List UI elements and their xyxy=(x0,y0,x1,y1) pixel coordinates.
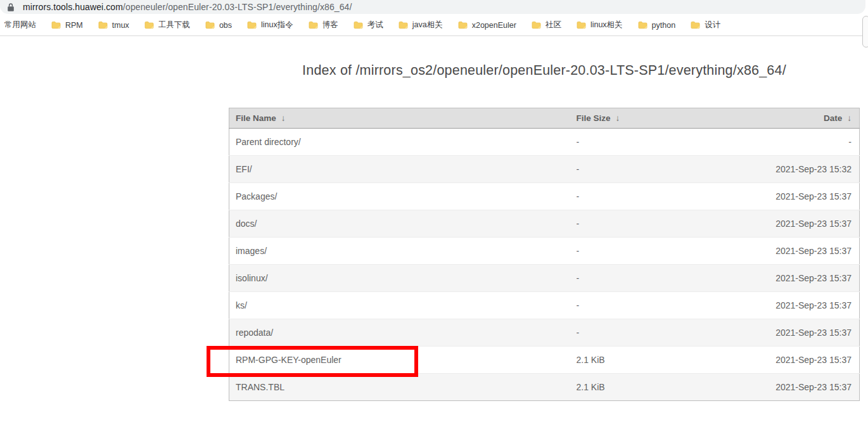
file-table: File Name↓ File Size↓ Date↓ Parent direc… xyxy=(229,108,860,401)
bookmark-label: linux相关 xyxy=(590,20,623,30)
file-date-value: 2021-Sep-23 15:32 xyxy=(735,156,860,183)
bookmark-label: python xyxy=(652,21,676,30)
table-row: TRANS.TBL 2.1 KiB 2021-Sep-23 15:37 xyxy=(229,374,860,401)
lock-icon[interactable] xyxy=(7,3,15,12)
bookmark-label: x2openEuler xyxy=(472,21,516,30)
bookmark-folder-icon xyxy=(577,21,586,29)
file-size-value: - xyxy=(577,210,735,238)
column-label: Date xyxy=(824,113,842,123)
page-title: Index of /mirrors_os2/openeuler/openEule… xyxy=(229,63,860,79)
file-size-value: - xyxy=(577,319,735,347)
file-name-link[interactable]: RPM-GPG-KEY-openEuler xyxy=(229,347,577,374)
bookmark-item[interactable]: 工具下载 xyxy=(142,18,193,32)
bookmark-folder-icon xyxy=(399,21,408,29)
table-header-row: File Name↓ File Size↓ Date↓ xyxy=(229,108,860,129)
bookmark-folder-icon xyxy=(144,21,154,29)
table-row: Packages/ - 2021-Sep-23 15:37 xyxy=(229,183,860,210)
file-date-value: 2021-Sep-23 15:37 xyxy=(735,319,860,347)
column-header-file-name[interactable]: File Name↓ xyxy=(229,108,577,129)
table-row: repodata/ - 2021-Sep-23 15:37 xyxy=(229,319,860,347)
bookmark-label: RPM xyxy=(65,21,83,30)
bookmark-folder-icon xyxy=(458,21,468,29)
bookmark-folder-icon xyxy=(98,21,108,29)
table-row: images/ - 2021-Sep-23 15:37 xyxy=(229,238,860,265)
file-name-link[interactable]: ks/ xyxy=(229,292,577,319)
file-name-link[interactable]: isolinux/ xyxy=(229,265,577,292)
file-size-value: - xyxy=(577,238,735,265)
bookmark-folder-icon xyxy=(691,21,700,29)
file-date-value: 2021-Sep-23 15:37 xyxy=(735,347,860,374)
file-size-value: - xyxy=(577,292,735,319)
bookmark-label: 社区 xyxy=(546,20,561,30)
bookmark-label: 博客 xyxy=(322,20,338,30)
bookmark-item[interactable]: python xyxy=(635,19,679,32)
bookmark-item[interactable]: obs xyxy=(203,19,234,32)
bookmark-folder-icon xyxy=(247,21,257,29)
file-date-value: 2021-Sep-23 15:37 xyxy=(735,183,860,210)
file-date-value: 2021-Sep-23 15:37 xyxy=(735,265,860,292)
bookmark-label: 设计 xyxy=(705,20,720,30)
bookmarks-bar: 常用网站 RPM tmux 工具下载 xyxy=(0,15,868,36)
bookmark-item[interactable]: linux相关 xyxy=(574,18,625,32)
file-name-link[interactable]: Packages/ xyxy=(229,183,577,210)
bookmark-label: 常用网站 xyxy=(4,20,36,30)
sort-down-icon: ↓ xyxy=(616,113,620,123)
file-name-link[interactable]: TRANS.TBL xyxy=(229,374,577,401)
bookmark-label: obs xyxy=(219,21,232,30)
bookmark-folder-icon xyxy=(205,21,215,29)
bookmark-folder-icon xyxy=(309,21,318,29)
file-size-value: 2.1 KiB xyxy=(577,374,735,401)
bookmark-folder-icon xyxy=(532,21,541,29)
column-label: File Name xyxy=(236,113,276,123)
bookmark-label: 工具下载 xyxy=(158,20,190,30)
file-size-value: - xyxy=(577,156,735,183)
bookmark-label: tmux xyxy=(112,21,129,30)
url-path: /openeuler/openEuler-20.03-LTS-SP1/every… xyxy=(123,2,352,12)
table-row: isolinux/ - 2021-Sep-23 15:37 xyxy=(229,265,860,292)
bookmark-item[interactable]: tmux xyxy=(96,19,132,32)
table-row: RPM-GPG-KEY-openEuler 2.1 KiB 2021-Sep-2… xyxy=(229,347,860,374)
file-size-value: 2.1 KiB xyxy=(577,347,735,374)
sort-down-icon: ↓ xyxy=(281,113,286,123)
file-date-value: 2021-Sep-23 15:37 xyxy=(735,374,860,401)
bookmark-item[interactable]: 考试 xyxy=(351,18,386,32)
file-date-value: 2021-Sep-23 15:37 xyxy=(735,238,860,265)
file-date-value: 2021-Sep-23 15:37 xyxy=(735,210,860,238)
file-table-body: Parent directory/ - - EFI/ - 2021-Sep-23… xyxy=(229,129,860,401)
url-domain: mirrors.tools.huawei.com xyxy=(23,2,123,12)
file-name-link[interactable]: repodata/ xyxy=(229,319,577,347)
file-name-link[interactable]: Parent directory/ xyxy=(229,129,577,156)
file-name-link[interactable]: docs/ xyxy=(229,210,577,238)
bookmark-item[interactable]: 社区 xyxy=(529,18,564,32)
file-date-value: 2021-Sep-23 15:37 xyxy=(735,292,860,319)
table-row: Parent directory/ - - xyxy=(229,129,860,156)
bookmark-item[interactable]: 博客 xyxy=(306,18,341,32)
file-date-value: - xyxy=(735,129,860,156)
file-name-link[interactable]: EFI/ xyxy=(229,156,577,183)
bookmark-item[interactable]: RPM xyxy=(49,19,86,32)
bookmark-folder-icon xyxy=(638,21,648,29)
bookmark-label: 考试 xyxy=(367,20,383,30)
table-row: docs/ - 2021-Sep-23 15:37 xyxy=(229,210,860,238)
file-size-value: - xyxy=(577,183,735,210)
file-size-value: - xyxy=(577,265,735,292)
file-name-link[interactable]: images/ xyxy=(229,238,577,265)
column-label: File Size xyxy=(577,113,611,123)
sort-down-icon: ↓ xyxy=(847,113,852,123)
bookmark-folder-icon xyxy=(354,21,363,29)
bookmark-item[interactable]: java相关 xyxy=(396,18,445,32)
column-header-date[interactable]: Date↓ xyxy=(735,108,860,129)
table-row: EFI/ - 2021-Sep-23 15:32 xyxy=(229,156,860,183)
bookmark-item[interactable]: x2openEuler xyxy=(456,19,519,32)
bookmark-label: java相关 xyxy=(412,20,443,30)
column-header-file-size[interactable]: File Size↓ xyxy=(577,108,735,129)
bookmark-item[interactable]: linux指令 xyxy=(245,18,296,32)
bookmark-label: linux指令 xyxy=(261,20,293,30)
scrollbar-thumb[interactable] xyxy=(862,16,868,48)
file-size-value: - xyxy=(577,129,735,156)
bookmark-item[interactable]: 常用网站 xyxy=(2,18,39,32)
bookmark-item[interactable]: 设计 xyxy=(688,18,723,32)
url-text: mirrors.tools.huawei.com/openeuler/openE… xyxy=(23,2,352,12)
bookmark-folder-icon xyxy=(51,21,61,29)
address-bar[interactable]: mirrors.tools.huawei.com/openeuler/openE… xyxy=(0,0,865,14)
